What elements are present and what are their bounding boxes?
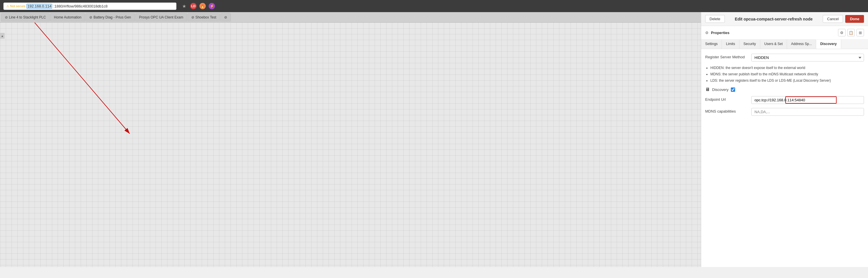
copy-icon-btn[interactable]: 📋 — [847, 29, 855, 36]
endpoint-url-row: Endpoint Url — [705, 96, 864, 104]
address-bar[interactable]: ⚠ Not secure 192.168.0.114 :1880/#/flow/… — [3, 3, 176, 10]
tab-disabled-icon: ⊘ — [191, 15, 194, 19]
flow-tab-prosys[interactable]: Prosys OPC UA Client Exam — [135, 13, 187, 21]
tab-settings[interactable]: Settings — [701, 39, 722, 49]
tab-discovery-label: Discovery — [820, 42, 837, 46]
url-text: :1880/#/flow/986c4830018db1c8 — [53, 4, 107, 8]
bookmark-icon[interactable]: ★ — [181, 3, 187, 9]
bullet-lds: LDS: the server registers itself to the … — [710, 78, 864, 83]
flow-tab-battery[interactable]: ⊘ Battery Diag - Prius Gen — [86, 13, 134, 21]
properties-section: ⚙ Properties ⚙ 📋 ⊞ — [701, 26, 868, 39]
bullet-mdns-text: MDNS: the server publish itself to the m… — [710, 72, 818, 76]
tab-security[interactable]: Security — [740, 39, 760, 49]
flow-canvas[interactable]: ▲ — [0, 23, 701, 267]
flow-tab-line4[interactable]: ⊘ Line 4 to Stacklight PLC — [1, 13, 50, 21]
tab-disabled-icon: ⊘ — [224, 15, 227, 19]
mdns-row: MDNS capabilities — [705, 108, 864, 116]
browser-icons: ★ LD 🔥 ⚡ — [181, 3, 215, 9]
main-area: ⊘ Line 4 to Stacklight PLC Home Automati… — [0, 12, 868, 267]
form-area: Register Server Method HIDDEN MDNS LDS H… — [701, 49, 868, 124]
panel-right-actions: Cancel Done — [823, 15, 864, 23]
flow-tab-home[interactable]: Home Automation — [50, 13, 85, 21]
tab-label: Battery Diag - Prius Gen — [93, 15, 131, 19]
url-highlight: 192.168.0.114 — [27, 4, 52, 9]
flow-tab-extra[interactable]: ⊘ — [220, 13, 231, 21]
tab-users-settings[interactable]: Users & Set — [760, 39, 787, 49]
tab-label: Prosys OPC UA Client Exam — [139, 15, 183, 19]
scroll-indicator: ▲ — [0, 33, 5, 39]
tab-limits-label: Limits — [726, 42, 735, 46]
gear-icon: ⚙ — [705, 31, 709, 35]
bullet-hidden: HIDDEN: the server doesn't expose itself… — [710, 65, 864, 71]
tab-users-label: Users & Set — [764, 42, 783, 46]
discovery-field-label: Discovery — [712, 87, 728, 92]
annotation-arrow — [0, 23, 701, 267]
svg-line-1 — [35, 23, 130, 134]
side-panel: Delete Edit opcua-compact-server-refresh… — [701, 12, 868, 267]
panel-header: Delete Edit opcua-compact-server-refresh… — [701, 12, 868, 26]
panel-right-icons: ⚙ 📋 ⊞ — [838, 29, 864, 36]
tab-disabled-icon: ⊘ — [5, 15, 8, 19]
done-button[interactable]: Done — [845, 15, 864, 23]
panel-left-actions: Delete — [705, 15, 725, 23]
browser-bar: ⚠ Not secure 192.168.0.114 :1880/#/flow/… — [0, 0, 868, 12]
discovery-checkbox[interactable] — [731, 87, 735, 92]
bullet-mdns: MDNS: the server publish itself to the m… — [710, 72, 864, 77]
mdns-control — [751, 108, 864, 116]
tab-label: Shoebox Test — [195, 15, 216, 19]
bullet-lds-text: LDS: the server registers itself to the … — [710, 79, 831, 83]
endpoint-url-input[interactable] — [751, 96, 864, 104]
mdns-label: MDNS capabilities — [705, 108, 748, 113]
extension-icon-2[interactable]: 🔥 — [199, 3, 206, 9]
flow-area[interactable]: ⊘ Line 4 to Stacklight PLC Home Automati… — [0, 12, 701, 267]
mdns-input[interactable] — [751, 108, 864, 116]
tab-address-space[interactable]: Address Sp... — [787, 39, 816, 49]
endpoint-url-control — [751, 96, 864, 104]
discovery-row: 🖥 Discovery — [705, 87, 864, 92]
expand-icon-btn[interactable]: ⊞ — [857, 29, 864, 36]
extension-icon-3[interactable]: ⚡ — [209, 3, 215, 9]
tab-label: Line 4 to Stacklight PLC — [9, 15, 46, 19]
delete-button[interactable]: Delete — [705, 15, 725, 23]
settings-icon-btn[interactable]: ⚙ — [838, 29, 845, 36]
flow-tab-bar: ⊘ Line 4 to Stacklight PLC Home Automati… — [0, 12, 701, 23]
warning-icon: ⚠ — [6, 4, 9, 8]
tab-security-label: Security — [744, 42, 756, 46]
tab-limits[interactable]: Limits — [722, 39, 739, 49]
register-server-control: HIDDEN MDNS LDS — [751, 54, 864, 61]
tab-discovery[interactable]: Discovery — [816, 39, 841, 49]
flow-tab-shoebox[interactable]: ⊘ Shoebox Test — [188, 13, 220, 21]
not-secure-label: Not secure — [10, 4, 25, 8]
not-secure-indicator: ⚠ Not secure — [6, 4, 25, 8]
server-icon: 🖥 — [705, 87, 710, 92]
info-bullet-list: HIDDEN: the server doesn't expose itself… — [705, 65, 864, 83]
panel-title: Edit opcua-compact-server-refresh node — [735, 17, 813, 21]
tab-address-label: Address Sp... — [791, 42, 812, 46]
register-server-select[interactable]: HIDDEN MDNS LDS — [751, 54, 864, 61]
extension-icon-1[interactable]: LD — [190, 3, 196, 9]
properties-row: ⚙ Properties ⚙ 📋 ⊞ — [705, 29, 864, 36]
cancel-button[interactable]: Cancel — [823, 15, 843, 23]
bullet-hidden-text: HIDDEN: the server doesn't expose itself… — [710, 66, 805, 70]
tab-settings-label: Settings — [705, 42, 718, 46]
properties-label: Properties — [711, 31, 730, 35]
endpoint-url-label: Endpoint Url — [705, 96, 748, 102]
register-server-row: Register Server Method HIDDEN MDNS LDS — [705, 54, 864, 61]
register-server-label: Register Server Method — [705, 54, 748, 59]
tab-label: Home Automation — [54, 15, 81, 19]
tab-disabled-icon: ⊘ — [89, 15, 92, 19]
node-tabs: Settings Limits Security Users & Set Add… — [701, 39, 868, 49]
